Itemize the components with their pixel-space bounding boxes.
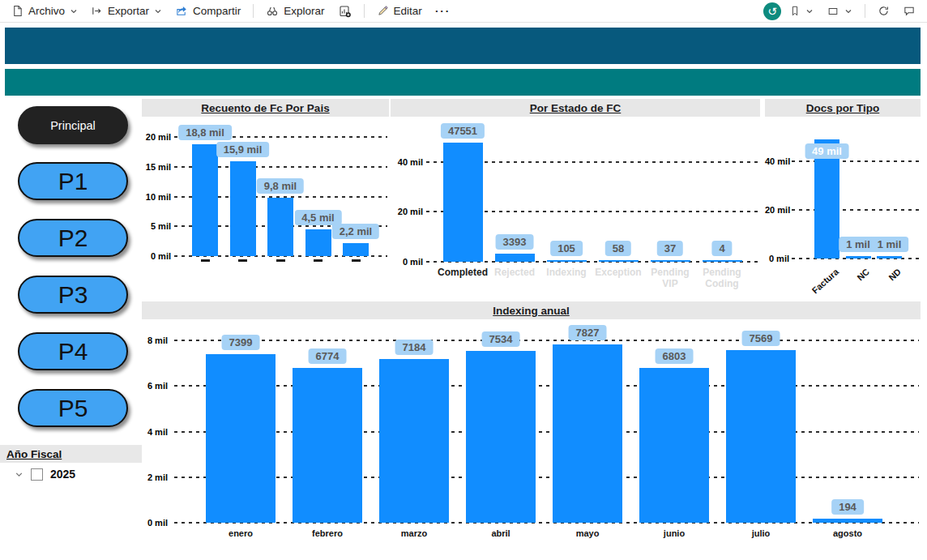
data-label: 4	[711, 241, 732, 256]
bar-col-1[interactable]	[192, 144, 218, 256]
nav-button-p2[interactable]: P2	[18, 219, 128, 257]
bar-enero[interactable]	[206, 354, 276, 523]
y-axis-tick-label: 20 mil	[142, 130, 171, 143]
bar-febrero[interactable]	[293, 368, 362, 523]
data-label: 2,2 mil	[332, 224, 379, 239]
bar-Pending VIP[interactable]	[651, 260, 690, 263]
fiscal-year-filter-title: Año Fiscal	[6, 448, 62, 460]
explore-button-label: Explorar	[284, 5, 324, 17]
category-label-clipped	[276, 259, 285, 262]
y-axis-tick-label: 4 mil	[142, 425, 168, 438]
year-2025-label: 2025	[50, 468, 75, 481]
bar-junio[interactable]	[639, 368, 709, 523]
file-menu-label: Archivo	[28, 5, 65, 17]
data-label: 7534	[482, 331, 520, 347]
refresh-button[interactable]	[873, 3, 895, 19]
top-toolbar: Archivo Exportar Compartir Explorar Edit…	[0, 0, 927, 23]
y-axis-tick-label: 0 mil	[142, 516, 168, 529]
header-band-dark	[5, 28, 921, 64]
bookmarks-button[interactable]	[784, 3, 818, 19]
chart-title: Indexing anual	[493, 305, 570, 317]
chart-title: Por Estado de FC	[530, 102, 622, 114]
data-label: 194	[831, 499, 864, 515]
bar-julio[interactable]	[726, 350, 796, 523]
bar-Exception[interactable]	[599, 260, 639, 263]
y-axis-tick-label: 20 mil	[391, 205, 423, 218]
share-button-label: Compartir	[193, 5, 241, 17]
bar-Indexing[interactable]	[547, 260, 587, 263]
data-label: 7827	[569, 325, 607, 340]
data-label: 58	[605, 241, 631, 256]
more-options-button[interactable]: ···	[430, 5, 456, 17]
edit-button[interactable]: Editar	[372, 3, 427, 19]
new-report-button[interactable]	[333, 3, 357, 19]
gridline	[174, 477, 919, 478]
chevron-down-icon	[844, 8, 852, 15]
y-axis-tick-label: 8 mil	[142, 334, 168, 347]
view-rectangle-icon	[827, 6, 839, 17]
category-label-clipped	[238, 259, 247, 262]
category-label-clipped	[201, 259, 210, 262]
data-label: 105	[550, 241, 583, 256]
category-label: mayo	[551, 528, 624, 538]
share-button[interactable]: Compartir	[170, 3, 246, 19]
refresh-icon	[878, 5, 890, 17]
chart-title: Docs por Tipo	[806, 102, 880, 114]
category-label: Completed	[436, 267, 489, 278]
fiscal-year-filter-header: Año Fiscal	[0, 445, 142, 463]
year-2025-checkbox[interactable]	[31, 468, 43, 481]
nav-button-p5[interactable]: P5	[18, 389, 128, 427]
comments-button[interactable]	[898, 3, 921, 19]
bar-col-3[interactable]	[267, 198, 293, 256]
chart-panel-recuento-fc-por-pais: Recuento de Fc Por Pais 0 mil5 mil10 mil…	[142, 99, 389, 301]
bar-Pending Coding[interactable]	[703, 260, 742, 263]
nav-button-p4[interactable]: P4	[18, 332, 128, 370]
chart-title: Recuento de Fc Por Pais	[201, 102, 329, 114]
bar-abril[interactable]	[466, 351, 536, 523]
data-label: 7569	[742, 331, 780, 346]
data-label: 9,8 mil	[257, 178, 304, 194]
gridline	[792, 160, 919, 162]
bar-col-2[interactable]	[230, 161, 256, 256]
reset-view-button[interactable]: ↺	[763, 2, 781, 20]
y-axis-tick-label: 5 mil	[142, 220, 171, 233]
category-label: marzo	[378, 528, 451, 538]
y-axis-tick-label: 2 mil	[142, 471, 168, 484]
file-menu-button[interactable]: Archivo	[6, 3, 83, 19]
report-canvas: PrincipalP1P2P3P4P5 Año Fiscal 2025 Recu…	[0, 23, 927, 560]
category-label-clipped	[314, 259, 323, 262]
bar-Completed[interactable]	[443, 143, 483, 262]
bar-NC[interactable]	[846, 256, 871, 259]
bar-col-5[interactable]	[343, 243, 369, 256]
category-label-clipped	[352, 259, 361, 262]
y-axis-tick-label: 15 mil	[142, 160, 171, 173]
y-axis-tick-label: 10 mil	[142, 190, 171, 203]
nav-button-p3[interactable]: P3	[18, 276, 128, 314]
category-label: Pending Coding	[695, 267, 749, 290]
bar-mayo[interactable]	[553, 344, 622, 523]
nav-button-p1[interactable]: P1	[18, 162, 128, 200]
chart-panel-indexing-anual: Indexing anual 0 mil2 mil4 mil6 mil8 mil…	[142, 301, 921, 560]
data-label: 6803	[656, 348, 694, 364]
y-axis-tick-label: 20 mil	[765, 203, 789, 216]
export-menu-label: Exportar	[108, 5, 149, 17]
expand-chevron-icon[interactable]	[15, 471, 23, 478]
nav-button-principal[interactable]: Principal	[18, 106, 128, 144]
data-label: 6774	[309, 348, 347, 364]
data-label: 15,9 mil	[216, 142, 270, 157]
view-mode-button[interactable]	[822, 4, 857, 19]
bar-col-4[interactable]	[305, 229, 331, 256]
explore-button[interactable]: Explorar	[261, 3, 329, 19]
chevron-down-icon	[805, 8, 814, 15]
bar-agosto[interactable]	[813, 519, 882, 523]
bar-marzo[interactable]	[379, 359, 449, 523]
gridline	[174, 522, 919, 524]
edit-button-label: Editar	[394, 5, 422, 17]
bar-ND[interactable]	[877, 256, 902, 259]
data-label: 1 mil	[870, 237, 909, 252]
y-axis-tick-label: 0 mil	[765, 252, 789, 265]
bar-Rejected[interactable]	[495, 254, 535, 262]
data-label: 7399	[222, 335, 260, 350]
export-menu-button[interactable]: Exportar	[86, 3, 167, 19]
bookmark-icon	[789, 5, 801, 17]
